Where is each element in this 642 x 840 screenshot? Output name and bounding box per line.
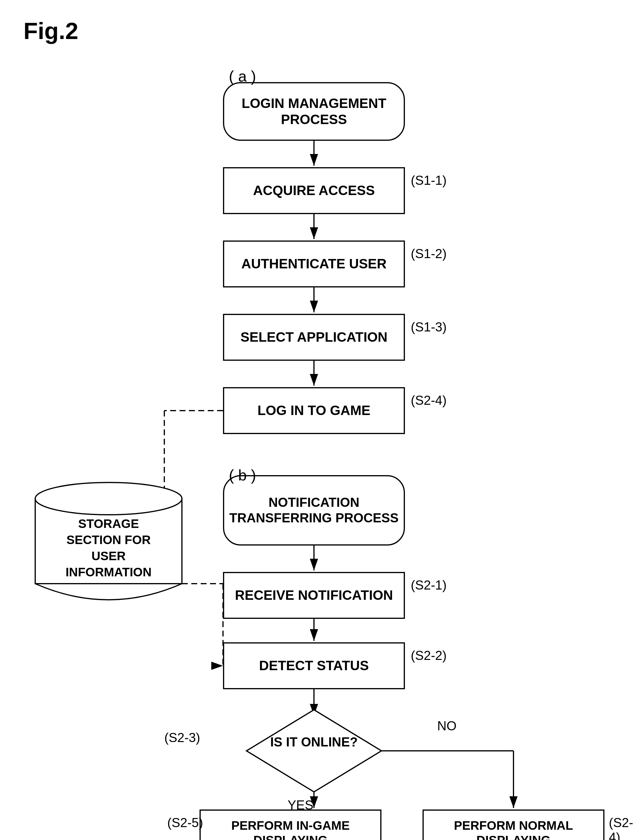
step-s2-2: (S2-2) [411,648,447,663]
step-s2-4-bottom: (S2-4) [609,816,642,840]
step-s2-3: (S2-3) [164,730,200,745]
perform-in-game-box: PERFORM IN-GAME DISPLAYING [199,809,381,840]
log-in-to-game-box: LOG IN TO GAME [223,387,405,434]
step-s2-5: (S2-5) [167,816,203,830]
step-s2-4-top: (S2-4) [411,393,447,408]
step-s2-1: (S2-1) [411,578,447,592]
receive-notification-box: RECEIVE NOTIFICATION [223,572,405,619]
storage-section-cylinder [35,484,182,596]
figure-title: Fig.2 [23,18,78,45]
step-s1-2: (S1-2) [411,246,447,261]
acquire-access-box: ACQUIRE ACCESS [223,167,405,214]
svg-marker-20 [246,710,381,792]
step-s1-3: (S1-3) [411,320,447,334]
step-s1-1: (S1-1) [411,173,447,188]
authenticate-user-box: AUTHENTICATE USER [223,241,405,287]
select-application-box: SELECT APPLICATION [223,314,405,361]
login-management-process: LOGIN MANAGEMENT PROCESS [223,82,405,141]
notification-transferring-process: NOTIFICATION TRANSFERRING PROCESS [223,475,405,545]
svg-text:IS IT ONLINE?: IS IT ONLINE? [270,735,358,749]
no-label: NO [437,719,457,733]
perform-normal-box: PERFORM NORMAL DISPLAYING [423,809,605,840]
detect-status-box: DETECT STATUS [223,642,405,689]
